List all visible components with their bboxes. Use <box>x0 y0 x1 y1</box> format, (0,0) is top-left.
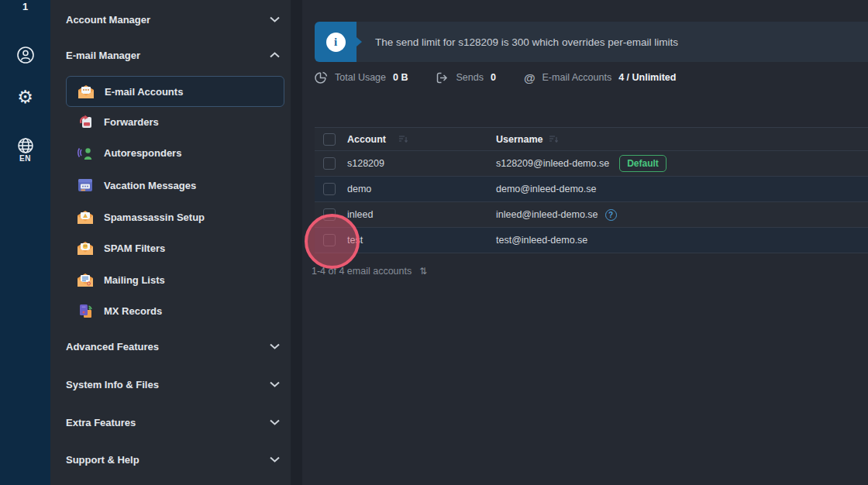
sidebar-section-support-help[interactable]: Support & Help <box>66 448 280 471</box>
sidebar-item-spam-filters[interactable]: SPAM Filters <box>76 232 284 263</box>
main-content: i The send limit for s128209 is 300 whic… <box>302 0 868 485</box>
stat-total-usage: Total Usage 0 B <box>315 71 408 84</box>
stat-email-accounts: @ E-mail Accounts 4 / Unlimited <box>524 72 677 84</box>
account-cell: test <box>347 235 363 246</box>
email-accounts-icon <box>77 84 95 99</box>
sidebar-section-account-manager[interactable]: Account Manager <box>66 8 280 31</box>
sidebar: Account Manager E-mail Manager E-mail Ac… <box>50 0 291 485</box>
pagination-updown-icon[interactable]: ⇅ <box>419 266 427 277</box>
default-badge: Default <box>619 155 666 172</box>
account-cell: s128209 <box>347 158 384 169</box>
mx-records-icon <box>76 304 95 318</box>
sidebar-item-forwarders[interactable]: Forwarders <box>76 106 284 137</box>
spam-filters-icon <box>76 241 95 256</box>
table-row[interactable]: test test@inleed-demo.se <box>315 228 868 253</box>
at-sign-icon: @ <box>524 72 536 84</box>
chevron-up-icon <box>270 52 280 58</box>
info-icon: i <box>326 33 346 52</box>
sidebar-section-system-info-files[interactable]: System Info & Files <box>66 373 280 396</box>
sidebar-item-vacation-messages[interactable]: Vacation Messages <box>76 170 284 201</box>
chevron-down-icon <box>270 16 280 22</box>
chevron-down-icon <box>270 381 280 387</box>
info-banner: i The send limit for s128209 is 300 whic… <box>315 22 868 62</box>
row-checkbox[interactable] <box>323 234 336 246</box>
autoresponders-icon <box>76 146 95 160</box>
vacation-messages-icon <box>76 178 95 192</box>
sort-username-icon[interactable] <box>549 135 559 144</box>
select-all-checkbox[interactable] <box>323 133 336 146</box>
row-checkbox[interactable] <box>323 157 336 170</box>
sidebar-item-email-accounts[interactable]: E-mail Accounts <box>66 76 284 107</box>
sidebar-item-mailing-lists[interactable]: Mailing Lists <box>76 264 284 295</box>
settings-button[interactable]: ⚙ <box>0 88 50 106</box>
sidebar-section-email-manager[interactable]: E-mail Manager <box>66 43 280 67</box>
language-code: EN <box>0 154 50 163</box>
column-header-account: Account <box>347 134 386 145</box>
sidebar-item-autoresponders[interactable]: Autoresponders <box>76 137 284 168</box>
row-checkbox[interactable] <box>323 183 336 195</box>
chevron-down-icon <box>270 456 280 463</box>
stats-bar: Total Usage 0 B Sends 0 @ E-mail Account… <box>315 71 868 84</box>
icon-rail: 1 ⚙ EN <box>0 0 50 485</box>
username-cell: demo@inleed-demo.se <box>496 184 596 194</box>
sort-account-icon[interactable] <box>398 135 408 144</box>
help-icon[interactable]: ? <box>605 209 617 221</box>
pagination-text: 1-4 of 4 email accounts <box>312 266 412 277</box>
account-cell: demo <box>347 184 371 194</box>
row-checkbox[interactable] <box>323 208 336 221</box>
logo-mark: 1 <box>0 1 50 12</box>
forwarders-icon <box>76 115 95 129</box>
email-accounts-table: Account Username <box>315 127 868 253</box>
spamassassin-setup-icon <box>76 210 95 225</box>
table-header-row: Account Username <box>315 128 868 151</box>
chevron-down-icon <box>270 419 280 425</box>
username-cell: inleed@inleed-demo.se <box>496 209 598 220</box>
sidebar-section-advanced-features[interactable]: Advanced Features <box>66 335 280 358</box>
pie-chart-icon <box>315 71 328 84</box>
user-icon <box>16 45 36 68</box>
table-row[interactable]: inleed inleed@inleed-demo.se ? <box>315 202 868 228</box>
info-banner-body: The send limit for s128209 is 300 which … <box>356 22 868 62</box>
chevron-down-icon <box>270 343 280 349</box>
banner-arrow <box>356 37 362 46</box>
username-cell: s128209@inleed-demo.se <box>496 158 609 169</box>
sidebar-divider <box>291 0 302 485</box>
send-icon <box>436 71 449 84</box>
table-row[interactable]: s128209 s128209@inleed-demo.se Default <box>315 151 868 177</box>
sidebar-item-spamassassin-setup[interactable]: Spamassassin Setup <box>76 201 284 232</box>
info-banner-text: The send limit for s128209 is 300 which … <box>375 36 678 48</box>
info-banner-icon-box: i <box>315 22 356 62</box>
table-row[interactable]: demo demo@inleed-demo.se <box>315 177 868 202</box>
mailing-lists-icon <box>76 273 95 287</box>
column-header-username: Username <box>496 134 542 145</box>
account-cell: inleed <box>347 209 373 220</box>
sidebar-section-extra-features[interactable]: Extra Features <box>66 411 280 434</box>
username-cell: test@inleed-demo.se <box>496 235 587 246</box>
pagination: 1-4 of 4 email accounts ⇅ <box>312 266 868 277</box>
gear-icon: ⚙ <box>17 88 33 106</box>
stat-sends: Sends 0 <box>436 71 495 84</box>
sidebar-item-mx-records[interactable]: MX Records <box>76 295 284 326</box>
account-button[interactable] <box>0 45 50 68</box>
